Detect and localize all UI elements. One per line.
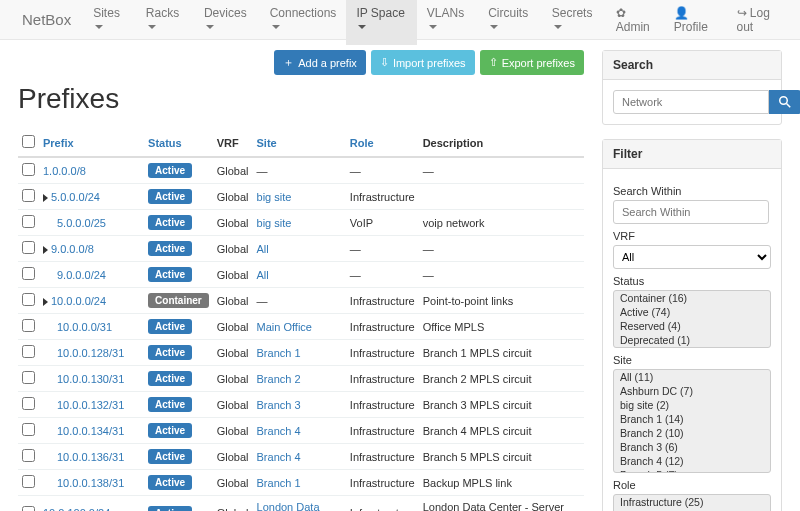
- row-checkbox[interactable]: [22, 506, 35, 512]
- list-item[interactable]: Branch 1 (14): [614, 412, 770, 426]
- vrf-cell: Global: [213, 340, 253, 366]
- table-row: 5.0.0.0/24ActiveGlobalbig siteInfrastruc…: [18, 184, 584, 210]
- prefix-link[interactable]: 9.0.0.0/24: [57, 269, 106, 281]
- site-link[interactable]: London Data Center: [257, 501, 320, 511]
- list-item[interactable]: All (11): [614, 370, 770, 384]
- prefix-link[interactable]: 5.0.0.0/24: [51, 191, 100, 203]
- vrf-cell: Global: [213, 470, 253, 496]
- row-checkbox[interactable]: [22, 189, 35, 202]
- vrf-select[interactable]: All: [613, 245, 771, 269]
- search-input[interactable]: [613, 90, 769, 114]
- table-row: 10.0.0.128/31ActiveGlobalBranch 1Infrast…: [18, 340, 584, 366]
- prefix-link[interactable]: 10.0.0.130/31: [57, 373, 124, 385]
- list-item[interactable]: Branch 5 (7): [614, 468, 770, 473]
- list-item[interactable]: Deprecated (1): [614, 333, 770, 347]
- row-checkbox[interactable]: [22, 215, 35, 228]
- nav-item-circuits[interactable]: Circuits: [478, 0, 542, 45]
- prefix-link[interactable]: 9.0.0.0/8: [51, 243, 94, 255]
- status-badge: Active: [148, 345, 192, 360]
- list-item[interactable]: big site (2): [614, 398, 770, 412]
- page-title: Prefixes: [18, 83, 584, 115]
- prefix-table: PrefixStatusVRFSiteRoleDescription 1.0.0…: [18, 129, 584, 511]
- row-checkbox[interactable]: [22, 475, 35, 488]
- col-site[interactable]: Site: [253, 129, 346, 157]
- list-item[interactable]: Branch 4 (12): [614, 454, 770, 468]
- search-within-input[interactable]: [613, 200, 769, 224]
- site-link[interactable]: Branch 1: [257, 347, 301, 359]
- prefix-link[interactable]: 10.0.0.0/31: [57, 321, 112, 333]
- col-description: Description: [419, 129, 584, 157]
- row-checkbox[interactable]: [22, 267, 35, 280]
- expand-icon[interactable]: [43, 246, 48, 254]
- row-checkbox[interactable]: [22, 423, 35, 436]
- row-checkbox[interactable]: [22, 449, 35, 462]
- list-item[interactable]: Branch 3 (6): [614, 440, 770, 454]
- status-listbox[interactable]: Container (16)Active (74)Reserved (4)Dep…: [613, 290, 771, 348]
- logout-icon: ↪: [737, 6, 747, 20]
- site-link[interactable]: Main Office: [257, 321, 312, 333]
- expand-icon[interactable]: [43, 194, 48, 202]
- nav-item-vlans[interactable]: VLANs: [417, 0, 478, 45]
- col-status[interactable]: Status: [144, 129, 213, 157]
- table-row: 10.0.0.138/31ActiveGlobalBranch 1Infrast…: [18, 470, 584, 496]
- nav-logout[interactable]: ↪ Log out: [727, 0, 791, 45]
- list-item[interactable]: Container (16): [614, 291, 770, 305]
- import-prefixes-button[interactable]: ⇩Import prefixes: [371, 50, 475, 75]
- nav-item-racks[interactable]: Racks: [136, 0, 194, 45]
- list-item[interactable]: Branch 2 (10): [614, 426, 770, 440]
- list-item[interactable]: Infrastructure (25): [614, 495, 770, 509]
- brand[interactable]: NetBox: [10, 11, 83, 28]
- add-prefix-button[interactable]: ＋Add a prefix: [274, 50, 366, 75]
- prefix-link[interactable]: 10.0.0.128/31: [57, 347, 124, 359]
- site-link[interactable]: Branch 4: [257, 425, 301, 437]
- prefix-link[interactable]: 10.0.0.134/31: [57, 425, 124, 437]
- site-link[interactable]: Branch 1: [257, 477, 301, 489]
- site-link[interactable]: big site: [257, 217, 292, 229]
- prefix-link[interactable]: 10.0.0.138/31: [57, 477, 124, 489]
- col-prefix[interactable]: Prefix: [39, 129, 144, 157]
- nav-profile[interactable]: 👤 Profile: [664, 0, 727, 45]
- select-all-checkbox[interactable]: [22, 135, 35, 148]
- col-role[interactable]: Role: [346, 129, 419, 157]
- table-row: 10.0.0.136/31ActiveGlobalBranch 4Infrast…: [18, 444, 584, 470]
- site-link[interactable]: Branch 3: [257, 399, 301, 411]
- row-checkbox[interactable]: [22, 241, 35, 254]
- site-link[interactable]: All: [257, 269, 269, 281]
- search-panel-title: Search: [603, 51, 781, 80]
- row-checkbox[interactable]: [22, 293, 35, 306]
- nav-item-connections[interactable]: Connections: [260, 0, 347, 45]
- list-item[interactable]: Reserved (4): [614, 319, 770, 333]
- nav-item-devices[interactable]: Devices: [194, 0, 260, 45]
- row-checkbox[interactable]: [22, 397, 35, 410]
- site-listbox[interactable]: All (11)Ashburn DC (7)big site (2)Branch…: [613, 369, 771, 473]
- site-link[interactable]: Branch 4: [257, 451, 301, 463]
- site-link[interactable]: big site: [257, 191, 292, 203]
- desc-cell: voip network: [419, 210, 584, 236]
- row-checkbox[interactable]: [22, 345, 35, 358]
- row-checkbox[interactable]: [22, 371, 35, 384]
- expand-icon[interactable]: [43, 298, 48, 306]
- nav-item-secrets[interactable]: Secrets: [542, 0, 606, 45]
- nav-item-ip-space[interactable]: IP Space: [346, 0, 416, 45]
- search-button[interactable]: [769, 90, 800, 114]
- list-item[interactable]: Active (74): [614, 305, 770, 319]
- prefix-link[interactable]: 10.0.0.0/24: [51, 295, 106, 307]
- role-listbox[interactable]: Infrastructure (25)Management (8)Private…: [613, 494, 771, 511]
- prefix-link[interactable]: 1.0.0.0/8: [43, 165, 86, 177]
- prefix-link[interactable]: 10.0.0.132/31: [57, 399, 124, 411]
- vrf-cell: Global: [213, 210, 253, 236]
- row-checkbox[interactable]: [22, 163, 35, 176]
- site-link[interactable]: Branch 2: [257, 373, 301, 385]
- prefix-link[interactable]: 5.0.0.0/25: [57, 217, 106, 229]
- nav-item-sites[interactable]: Sites: [83, 0, 136, 45]
- row-checkbox[interactable]: [22, 319, 35, 332]
- status-badge: Active: [148, 241, 192, 256]
- prefix-link[interactable]: 10.0.0.136/31: [57, 451, 124, 463]
- export-prefixes-button[interactable]: ⇧Export prefixes: [480, 50, 584, 75]
- status-badge: Active: [148, 267, 192, 282]
- prefix-link[interactable]: 10.0.100.0/24: [43, 507, 110, 511]
- nav-admin[interactable]: ✿ Admin: [606, 0, 664, 45]
- site-link[interactable]: All: [257, 243, 269, 255]
- vrf-cell: Global: [213, 496, 253, 512]
- list-item[interactable]: Ashburn DC (7): [614, 384, 770, 398]
